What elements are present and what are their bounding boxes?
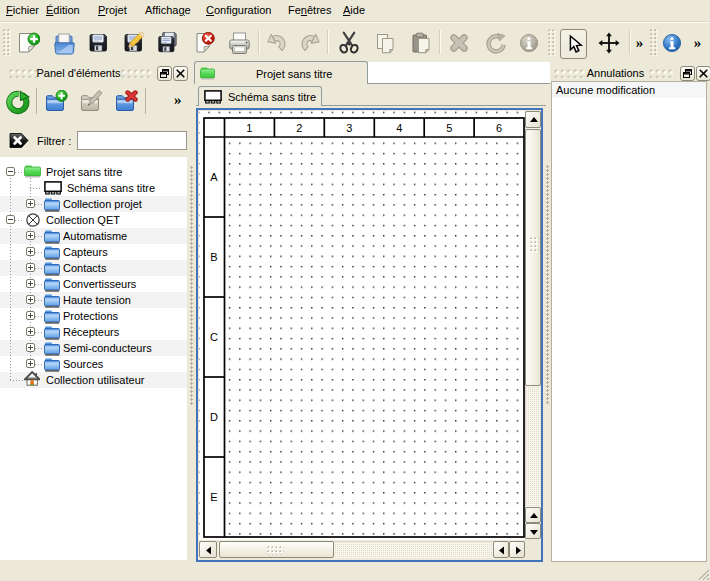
svg-text:4: 4	[396, 122, 402, 134]
svg-text:6: 6	[496, 122, 502, 134]
svg-text:1: 1	[246, 122, 252, 134]
svg-text:5: 5	[446, 122, 452, 134]
svg-text:B: B	[210, 251, 217, 263]
svg-text:2: 2	[296, 122, 302, 134]
svg-text:E: E	[210, 491, 217, 503]
svg-text:D: D	[210, 411, 218, 423]
svg-text:3: 3	[346, 122, 352, 134]
svg-text:C: C	[210, 331, 218, 343]
svg-text:A: A	[210, 171, 218, 183]
